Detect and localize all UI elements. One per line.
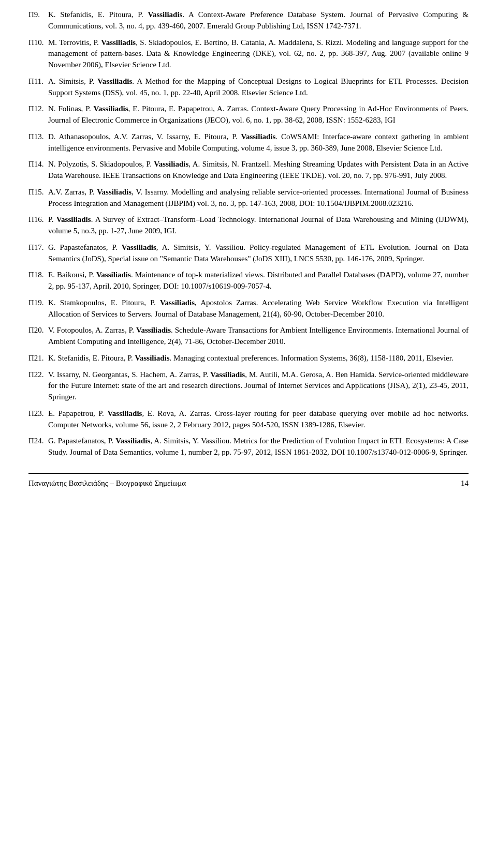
entry-number: Π9. — [28, 9, 48, 32]
list-item: Π17.G. Papastefanatos, P. Vassiliadis, A… — [28, 242, 469, 265]
list-item: Π21.K. Stefanidis, E. Pitoura, P. Vassil… — [28, 353, 469, 364]
footer-author-label: Παναγιώτης Βασιλειάδης – Βιογραφικό Σημε… — [28, 478, 186, 489]
entry-number: Π21. — [28, 353, 48, 364]
entry-text: V. Fotopoulos, A. Zarras, P. Vassiliadis… — [48, 325, 469, 348]
entry-text: G. Papastefanatos, P. Vassiliadis, A. Si… — [48, 242, 469, 265]
list-item: Π11.A. Simitsis, P. Vassiliadis. A Metho… — [28, 76, 469, 99]
entry-number: Π18. — [28, 270, 48, 292]
entry-text: V. Issarny, N. Georgantas, S. Hachem, A.… — [48, 369, 469, 403]
entry-text: K. Stamkopoulos, E. Pitoura, P. Vassilia… — [48, 297, 469, 320]
entry-number: Π19. — [28, 297, 48, 320]
entry-text: G. Papastefanatos, P. Vassiliadis, A. Si… — [48, 436, 469, 458]
list-item: Π13.D. Athanasopoulos, A.V. Zarras, V. I… — [28, 131, 469, 154]
list-item: Π15.A.V. Zarras, P. Vassiliadis, V. Issa… — [28, 187, 469, 209]
entry-text: A. Simitsis, P. Vassiliadis. A Method fo… — [48, 76, 469, 99]
list-item: Π18.E. Baikousi, P. Vassiliadis. Mainten… — [28, 270, 469, 292]
list-item: Π12.N. Folinas, P. Vassiliadis, E. Pitou… — [28, 103, 469, 126]
entry-text: K. Stefanidis, E. Pitoura, P. Vassiliadi… — [48, 9, 469, 32]
list-item: Π23.E. Papapetrou, P. Vassiliadis, E. Ro… — [28, 408, 469, 431]
entry-number: Π14. — [28, 159, 48, 182]
entry-text: E. Baikousi, P. Vassiliadis. Maintenance… — [48, 270, 469, 292]
entry-number: Π13. — [28, 131, 48, 154]
list-item: Π9.K. Stefanidis, E. Pitoura, P. Vassili… — [28, 9, 469, 32]
entry-text: N. Polyzotis, S. Skiadopoulos, P. Vassil… — [48, 159, 469, 182]
entry-text: M. Terrovitis, P. Vassiliadis, S. Skiado… — [48, 37, 469, 71]
entry-text: D. Athanasopoulos, A.V. Zarras, V. Issar… — [48, 131, 469, 154]
entry-number: Π12. — [28, 103, 48, 126]
entry-text: K. Stefanidis, E. Pitoura, P. Vassiliadi… — [48, 353, 469, 364]
entry-text: N. Folinas, P. Vassiliadis, E. Pitoura, … — [48, 103, 469, 126]
entry-number: Π16. — [28, 214, 48, 237]
list-item: Π19.K. Stamkopoulos, E. Pitoura, P. Vass… — [28, 297, 469, 320]
list-item: Π14.N. Polyzotis, S. Skiadopoulos, P. Va… — [28, 159, 469, 182]
list-item: Π24.G. Papastefanatos, P. Vassiliadis, A… — [28, 436, 469, 458]
entry-text: A.V. Zarras, P. Vassiliadis, V. Issarny.… — [48, 187, 469, 209]
entry-number: Π15. — [28, 187, 48, 209]
entry-text: E. Papapetrou, P. Vassiliadis, E. Rova, … — [48, 408, 469, 431]
entry-number: Π23. — [28, 408, 48, 431]
entry-number: Π22. — [28, 369, 48, 403]
main-content: Π9.K. Stefanidis, E. Pitoura, P. Vassili… — [28, 9, 469, 489]
entry-number: Π20. — [28, 325, 48, 348]
entry-number: Π11. — [28, 76, 48, 99]
footer-page-number: 14 — [461, 478, 469, 489]
list-item: Π22.V. Issarny, N. Georgantas, S. Hachem… — [28, 369, 469, 403]
list-item: Π10.M. Terrovitis, P. Vassiliadis, S. Sk… — [28, 37, 469, 71]
entry-number: Π10. — [28, 37, 48, 71]
entry-number: Π17. — [28, 242, 48, 265]
page-footer: Παναγιώτης Βασιλειάδης – Βιογραφικό Σημε… — [28, 473, 469, 489]
list-item: Π20.V. Fotopoulos, A. Zarras, P. Vassili… — [28, 325, 469, 348]
entry-text: P. Vassiliadis. A Survey of Extract–Tran… — [48, 214, 469, 237]
entry-number: Π24. — [28, 436, 48, 458]
list-item: Π16.P. Vassiliadis. A Survey of Extract–… — [28, 214, 469, 237]
